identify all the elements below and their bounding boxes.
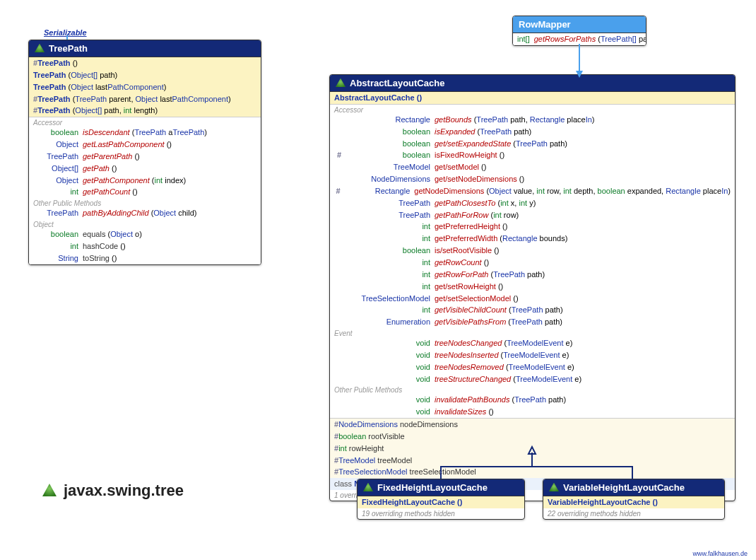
methods-section: AccessorRectanglegetBounds (TreePath pat… [330, 105, 735, 418]
methods-section: AccessorbooleanisDescendant (TreePath aT… [29, 117, 261, 264]
method-row: voidtreeNodesInserted (TreeModelEvent e) [330, 349, 735, 361]
method-row: TreeModelget/setModel () [330, 161, 735, 173]
tree-icon [363, 483, 373, 493]
method-row: int[] getRowsForPaths (TreePath[] path) [513, 33, 646, 45]
interface-header: RowMapper [513, 16, 646, 33]
method-row: TreePathpathByAddingChild (Object child) [29, 207, 261, 219]
serializable-interface-link[interactable]: Serializable [44, 28, 87, 37]
method-row: voidtreeStructureChanged (TreeModelEvent… [330, 373, 735, 385]
interface-title: RowMapper [519, 19, 571, 30]
hidden-methods-note: 19 overriding methods hidden [358, 508, 524, 519]
method-row: #booleanisFixedRowHeight () [330, 149, 735, 161]
constructor-row: TreePath (Object lastPathComponent) [29, 81, 261, 93]
field-row: #TreeSelectionModel treeSelectionModel [330, 466, 735, 478]
method-row: NodeDimensionsget/setNodeDimensions () [330, 173, 735, 185]
method-params: (TreePath[] path) [598, 35, 646, 43]
method-row: intgetRowCount () [330, 257, 735, 269]
class-title: TreePath [49, 43, 88, 54]
method-row: intgetVisibleChildCount (TreePath path) [330, 304, 735, 316]
section-heading: Other Public Methods [29, 198, 261, 207]
constructor-row: VariableHeightLayoutCache () [543, 496, 724, 508]
constructors-section: #TreePath ()TreePath (Object[] path)Tree… [29, 57, 261, 117]
class-header: FixedHeightLayoutCache [358, 479, 524, 496]
class-header: VariableHeightLayoutCache [543, 479, 724, 496]
method-row: booleanisExpanded (TreePath path) [330, 126, 735, 138]
method-row: voidinvalidatePathBounds (TreePath path) [330, 394, 735, 406]
constructor-row: #TreePath (Object[] path, int length) [29, 105, 261, 117]
method-row: booleanis/setRootVisible () [330, 245, 735, 257]
tree-icon [549, 483, 559, 493]
section-heading: Accessor [29, 117, 261, 127]
method-row: Object[]getPath () [29, 163, 261, 175]
method-row: ObjectgetPathComponent (int index) [29, 175, 261, 187]
class-title: AbstractLayoutCache [350, 78, 444, 88]
return-type: int[] [517, 35, 530, 43]
field-row: #NodeDimensions nodeDimensions [330, 419, 735, 431]
method-row: voidinvalidateSizes () [330, 406, 735, 418]
method-row: EnumerationgetVisiblePathsFrom (TreePath… [330, 316, 735, 328]
constructor-row: TreePath (Object[] path) [29, 69, 261, 81]
class-abstractlayoutcache: AbstractLayoutCache AbstractLayoutCache … [329, 74, 736, 501]
field-row: #TreeModel treeModel [330, 455, 735, 467]
method-row: #RectanglegetNodeDimensions (Object valu… [330, 185, 735, 197]
class-title: VariableHeightLayoutCache [563, 482, 685, 493]
method-row: ObjectgetLastPathComponent () [29, 139, 261, 151]
method-row: voidtreeNodesChanged (TreeModelEvent e) [330, 337, 735, 349]
constructor-row: #TreePath () [29, 57, 261, 69]
section-heading: Event [330, 328, 735, 337]
footer-link[interactable]: www.falkhausen.de [692, 550, 748, 557]
interface-rowmapper: RowMapper int[] getRowsForPaths (TreePat… [512, 16, 646, 46]
method-row: StringtoString () [29, 252, 261, 264]
method-row: intgetPreferredWidth (Rectangle bounds) [330, 233, 735, 245]
class-treepath: TreePath #TreePath ()TreePath (Object[] … [28, 40, 261, 265]
method-row: TreePathgetPathClosestTo (int x, int y) [330, 197, 735, 209]
constructor-row: AbstractLayoutCache () [330, 92, 735, 104]
constructor-row: FixedHeightLayoutCache () [358, 496, 524, 508]
class-header: AbstractLayoutCache [330, 75, 735, 92]
method-row: TreePathgetParentPath () [29, 151, 261, 163]
method-row: booleanequals (Object o) [29, 228, 261, 240]
class-fixedheightlayoutcache: FixedHeightLayoutCache FixedHeightLayout… [357, 479, 525, 520]
tree-icon [35, 44, 45, 54]
method-row: intgetPathCount () [29, 186, 261, 198]
method-row: TreeSelectionModelget/setSelectionModel … [330, 293, 735, 305]
method-row: TreePathgetPathForRow (int row) [330, 209, 735, 221]
class-header: TreePath [29, 40, 261, 57]
method-row: RectanglegetBounds (TreePath path, Recta… [330, 114, 735, 126]
method-row: booleanget/setExpandedState (TreePath pa… [330, 138, 735, 150]
tree-icon [42, 484, 57, 498]
method-row: intget/setRowHeight () [330, 281, 735, 293]
method-row: booleanisDescendant (TreePath aTreePath) [29, 127, 261, 139]
hidden-methods-note: 22 overriding methods hidden [543, 508, 724, 519]
method-row: intgetRowForPath (TreePath path) [330, 269, 735, 281]
class-variableheightlayoutcache: VariableHeightLayoutCache VariableHeight… [543, 479, 725, 520]
method-name: getRowsForPaths [534, 35, 596, 43]
section-heading: Accessor [330, 105, 735, 114]
method-row: voidtreeNodesRemoved (TreeModelEvent e) [330, 361, 735, 373]
constructor-row: #TreePath (TreePath parent, Object lastP… [29, 93, 261, 105]
tree-icon [336, 78, 345, 88]
method-row: intgetPreferredHeight () [330, 221, 735, 233]
fields-section: #NodeDimensions nodeDimensions#boolean r… [330, 419, 735, 478]
method-row: inthashCode () [29, 240, 261, 252]
field-row: #boolean rootVisible [330, 431, 735, 443]
section-heading: Object [29, 219, 261, 228]
package-label: javax.swing.tree [42, 482, 184, 500]
field-row: #int rowHeight [330, 443, 735, 455]
class-title: FixedHeightLayoutCache [377, 482, 488, 493]
section-heading: Other Public Methods [330, 385, 735, 394]
